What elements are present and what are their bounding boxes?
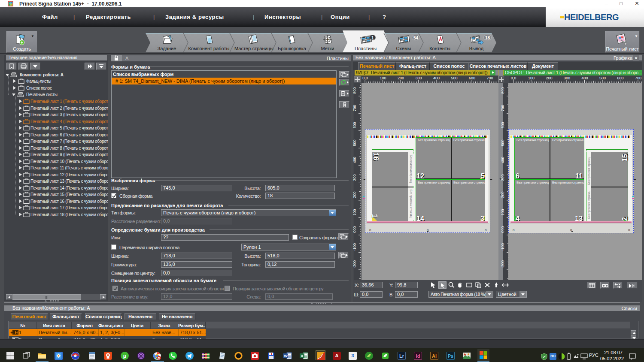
svg-text:D: D bbox=[158, 356, 161, 360]
svg-text:W: W bbox=[284, 354, 288, 358]
svg-text:X: X bbox=[301, 354, 303, 358]
